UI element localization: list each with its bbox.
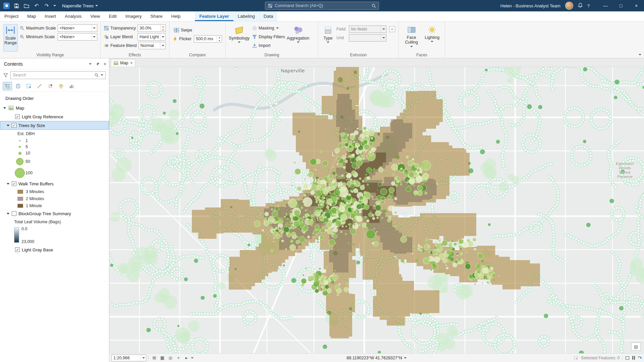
layer-checkbox[interactable]: [12, 211, 16, 216]
close-view-icon[interactable]: ×: [130, 61, 132, 65]
ribbon-group-compare: Swipe Flicker 500.0 ms ▲▼ Compare: [169, 21, 226, 58]
locate-icon[interactable]: ◎: [167, 355, 174, 361]
tab-labeling[interactable]: Labeling: [233, 11, 259, 21]
tab-imagery[interactable]: Imagery: [121, 11, 146, 21]
map-graphic[interactable]: [109, 67, 644, 353]
panel-menu-chevron-icon[interactable]: [89, 63, 92, 65]
tab-edit[interactable]: Edit: [104, 11, 121, 21]
extrusion-type-button[interactable]: Type: [322, 24, 334, 52]
tab-insert[interactable]: Insert: [40, 11, 60, 21]
feature-blend-select[interactable]: Normal: [139, 42, 166, 49]
expand-icon[interactable]: [7, 213, 9, 215]
tab-map[interactable]: Map: [23, 11, 40, 21]
expand-icon[interactable]: [3, 107, 6, 109]
search-options-chevron-icon[interactable]: [101, 74, 103, 76]
coordinate-readout[interactable]: 88.1190223°W 41.7628327°N: [346, 356, 407, 360]
display-filters-button[interactable]: Display Filters: [251, 33, 286, 41]
project-name[interactable]: Naperville Trees: [62, 3, 98, 8]
map-canvas[interactable]: Naperville Egermann Woods Forest Preserv…: [109, 67, 644, 353]
layer-row-light-gray-base[interactable]: ✓ Light Gray Base: [0, 245, 109, 254]
list-by-charts-button[interactable]: [67, 82, 76, 90]
clear-extrusion-button[interactable]: ×: [389, 26, 395, 32]
layer-checkbox[interactable]: ✓: [15, 114, 20, 119]
pin-icon[interactable]: [96, 62, 100, 66]
more-tools-chevron-icon[interactable]: [191, 357, 194, 359]
extrusion-unit-select[interactable]: [349, 34, 386, 42]
extrusion-field-select[interactable]: No fields: [349, 25, 386, 33]
maximize-button[interactable]: □: [613, 0, 629, 11]
map-scale-select[interactable]: 1:20,966: [111, 355, 146, 361]
minimize-button[interactable]: —: [598, 0, 613, 11]
open-project-button[interactable]: [23, 2, 30, 9]
customize-qat-chevron-icon[interactable]: [53, 5, 56, 6]
collapse-ribbon-button[interactable]: [639, 51, 641, 57]
expand-icon[interactable]: [7, 125, 9, 126]
tab-project[interactable]: Project: [0, 11, 23, 21]
signed-in-user[interactable]: Helen - Business Analyst Team: [500, 3, 560, 8]
list-by-drawing-order-button[interactable]: [3, 82, 12, 90]
contents-search-input[interactable]: [13, 73, 93, 77]
layer-row-light-gray-reference[interactable]: ✓ Light Gray Reference: [0, 112, 109, 121]
lighting-button[interactable]: Lighting: [423, 24, 442, 52]
save-button[interactable]: [13, 2, 20, 9]
notifications-bell-icon[interactable]: [578, 3, 583, 9]
ribbon-group-extrusion: Type Field No fields × Unit: [318, 21, 399, 58]
layer-checkbox[interactable]: ✓: [12, 181, 16, 186]
undo-button[interactable]: ↶: [33, 2, 40, 9]
flicker-input[interactable]: 500.0 ms ▲▼: [194, 35, 222, 43]
pan-icon[interactable]: +: [175, 355, 182, 361]
ribbon-group-visibility-range: Scale Range Maximum Scale <None>: [0, 21, 101, 58]
maximum-scale-select[interactable]: <None>: [58, 24, 97, 32]
command-search[interactable]: [265, 2, 379, 10]
expand-icon[interactable]: [7, 183, 9, 185]
contents-search[interactable]: [10, 71, 106, 79]
layer-row-trees-by-size[interactable]: ✓ Trees by Size: [0, 121, 109, 130]
tab-share[interactable]: Share: [146, 11, 167, 21]
extent-icon[interactable]: [625, 356, 630, 360]
overview-map-button[interactable]: ▤: [631, 343, 641, 351]
layer-checkbox[interactable]: ✓: [15, 247, 20, 252]
tab-feature-layer[interactable]: Feature Layer: [195, 11, 233, 21]
list-by-labeling-button[interactable]: [56, 82, 66, 90]
layer-checkbox[interactable]: ✓: [12, 123, 16, 128]
list-by-data-source-button[interactable]: [13, 82, 23, 90]
add-basemap-icon[interactable]: ⊞: [151, 355, 158, 361]
import-button[interactable]: Import: [251, 42, 286, 50]
redo-button[interactable]: ↷: [43, 2, 50, 9]
tab-view[interactable]: View: [86, 11, 104, 21]
swipe-button[interactable]: Swipe: [173, 26, 222, 34]
scale-range-button[interactable]: Scale Range: [3, 24, 18, 52]
map-view-tab[interactable]: Map ×: [111, 59, 136, 67]
layer-blend-select[interactable]: Hard Light: [138, 33, 166, 41]
command-search-input[interactable]: [275, 3, 369, 8]
titlebar: ↶ ↷ Naperville Trees Helen - Business An…: [0, 0, 644, 11]
layer-row-walk-time-buffers[interactable]: ✓ Walk Time Buffers: [0, 179, 109, 188]
layer-tree: Map ✓ Light Gray Reference ✓ Trees by Si…: [0, 104, 109, 254]
face-culling-button[interactable]: Face Culling: [402, 24, 421, 52]
selected-features-count[interactable]: Selected Features: 0: [581, 356, 620, 360]
refresh-icon[interactable]: ↷: [638, 355, 642, 361]
open-table-icon[interactable]: ▦: [159, 355, 166, 361]
filter-icon[interactable]: [3, 73, 8, 77]
user-avatar[interactable]: [565, 2, 573, 10]
chevron-down-icon: [382, 37, 385, 39]
symbology-button[interactable]: Symbology: [229, 24, 249, 52]
tab-data[interactable]: Data: [259, 11, 278, 21]
ribbon-group-drawing: Symbology Masking Display Filters: [226, 21, 318, 58]
tree-node-map[interactable]: Map: [0, 104, 109, 112]
pause-drawing-icon[interactable]: [632, 356, 635, 360]
minimum-scale-select[interactable]: <None>: [58, 33, 97, 41]
list-by-selection-button[interactable]: [24, 82, 34, 90]
masking-button[interactable]: Masking: [251, 24, 286, 32]
aggregation-button[interactable]: Aggregation: [288, 24, 308, 52]
tab-analysis[interactable]: Analysis: [60, 11, 86, 21]
close-button[interactable]: ×: [629, 0, 644, 11]
list-by-editing-button[interactable]: [35, 82, 44, 90]
help-icon[interactable]: ?: [587, 3, 590, 8]
list-by-snapping-button[interactable]: [46, 82, 55, 90]
layer-row-blockgroup-tree-summary[interactable]: BlockGroup Tree Summary: [0, 209, 109, 218]
tab-help[interactable]: Help: [167, 11, 185, 21]
transparency-input[interactable]: 30.0% ▲▼: [138, 24, 166, 32]
navigator-icon[interactable]: ▸: [183, 355, 190, 361]
close-panel-icon[interactable]: ×: [104, 61, 106, 67]
